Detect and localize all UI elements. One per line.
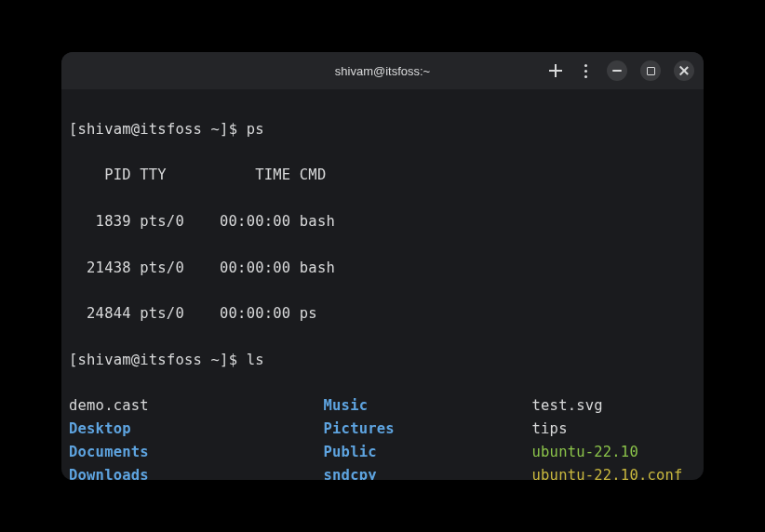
prompt-line: [shivam@itsfoss ~]$ ps bbox=[69, 118, 696, 141]
terminal-window: shivam@itsfoss:~ [shivam@itsfoss ~]$ ps … bbox=[61, 52, 704, 480]
plus-icon bbox=[549, 64, 562, 77]
prompt-path: ~]$ bbox=[202, 121, 247, 138]
prompt-bracket-open: [ bbox=[69, 352, 78, 368]
ls-item: Public bbox=[315, 441, 523, 464]
ps-header: PID TTY TIME CMD bbox=[69, 164, 696, 187]
minimize-button[interactable] bbox=[607, 60, 627, 81]
prompt: [shivam@itsfoss ~]$ bbox=[69, 352, 247, 368]
ps-row: 24844 pts/0 00:00:00 ps bbox=[69, 302, 696, 326]
ls-item: tips bbox=[523, 418, 683, 441]
ls-item: demo.cast bbox=[69, 394, 315, 418]
ls-item: Downloads bbox=[69, 464, 315, 480]
terminal-body[interactable]: [shivam@itsfoss ~]$ ps PID TTY TIME CMD … bbox=[61, 89, 704, 480]
window-title: shivam@itsfoss:~ bbox=[335, 64, 430, 78]
minimize-icon bbox=[612, 70, 622, 72]
kebab-icon bbox=[584, 64, 587, 78]
ls-item: sndcpy bbox=[315, 464, 523, 480]
maximize-icon bbox=[647, 67, 655, 75]
ls-item: ubuntu-22.10 bbox=[523, 441, 683, 464]
command-ps: ps bbox=[247, 121, 264, 138]
titlebar-controls bbox=[547, 60, 694, 81]
menu-button[interactable] bbox=[577, 60, 594, 81]
close-icon bbox=[678, 65, 690, 76]
ls-column: test.svg tips ubuntu-22.10 ubuntu-22.10.… bbox=[523, 394, 683, 480]
command-ls: ls bbox=[247, 352, 264, 368]
ls-item: Documents bbox=[69, 441, 315, 464]
maximize-button[interactable] bbox=[640, 60, 661, 81]
prompt-user: shivam bbox=[78, 121, 131, 138]
prompt-bracket-open: [ bbox=[69, 121, 78, 138]
ls-column: demo.cast Desktop Documents Downloads fe… bbox=[69, 394, 315, 480]
ps-row: 21438 pts/0 00:00:00 bash bbox=[69, 257, 696, 280]
close-button[interactable] bbox=[674, 60, 694, 81]
new-tab-button[interactable] bbox=[547, 60, 564, 81]
ls-column: Music Pictures Public sndcpy svg-create-… bbox=[315, 394, 523, 480]
ls-item: test.svg bbox=[523, 394, 683, 418]
ls-item: ubuntu-22.10.conf bbox=[523, 464, 683, 480]
ls-item: Music bbox=[315, 394, 523, 418]
prompt-line: [shivam@itsfoss ~]$ ls bbox=[69, 349, 696, 372]
prompt-sep: @ bbox=[131, 352, 141, 368]
ls-item: Desktop bbox=[69, 418, 315, 441]
prompt-host: itsfoss bbox=[140, 352, 202, 368]
prompt-user: shivam bbox=[78, 352, 131, 368]
ps-row: 1839 pts/0 00:00:00 bash bbox=[69, 210, 696, 233]
prompt-sep: @ bbox=[131, 121, 141, 138]
prompt-path: ~]$ bbox=[202, 352, 247, 368]
ls-item: Pictures bbox=[315, 418, 523, 441]
prompt-host: itsfoss bbox=[140, 121, 202, 138]
ls-output: demo.cast Desktop Documents Downloads fe… bbox=[69, 394, 696, 480]
prompt: [shivam@itsfoss ~]$ bbox=[69, 121, 247, 138]
titlebar: shivam@itsfoss:~ bbox=[61, 52, 704, 89]
